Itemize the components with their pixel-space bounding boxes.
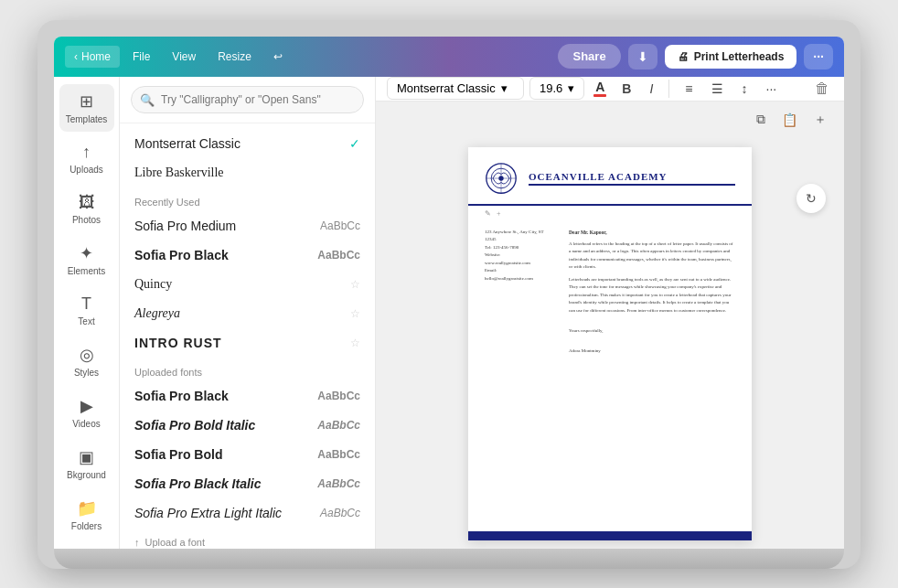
chevron-left-icon: ‹ — [74, 50, 78, 63]
sidebar-item-folders[interactable]: 📁 Folders — [59, 491, 114, 539]
sofia-bold-italic-sample: AaBbCc — [317, 419, 360, 432]
align-icon: ≡ — [685, 81, 692, 96]
more-formatting-button[interactable]: ··· — [760, 77, 784, 101]
font-name-sofia-bold-italic: Sofia Pro Bold Italic — [134, 418, 255, 433]
background-label: Bkground — [67, 470, 106, 480]
main-area: ⊞ Templates ↑ Uploads 🖼 Photos ✦ Element… — [54, 77, 844, 549]
file-button[interactable]: File — [123, 46, 159, 68]
font-item-uploaded-sofia-black[interactable]: Sofia Pro Black AaBbCc — [120, 381, 375, 411]
copy-icon: 📋 — [782, 112, 797, 127]
font-list: Montserrat Classic ✓ Libre Baskerville R… — [120, 123, 375, 549]
sidebar-item-templates[interactable]: ⊞ Templates — [59, 84, 114, 132]
font-item-sofia-medium[interactable]: Sofia Pro Medium AaBbCc — [120, 211, 375, 241]
align-button[interactable]: ≡ — [679, 77, 699, 101]
font-name-sofia-medium: Sofia Pro Medium — [134, 219, 236, 233]
upload-fonts-label: Upload a font — [145, 537, 205, 548]
duplicate-icon: ⧉ — [756, 112, 765, 126]
styles-label: Styles — [74, 368, 99, 378]
background-icon: ▣ — [79, 447, 94, 467]
font-item-montserrat[interactable]: Montserrat Classic ✓ — [120, 129, 375, 158]
toolbar-separator-1 — [668, 80, 669, 98]
font-item-alegreya[interactable]: Alegreya ☆ — [120, 299, 375, 328]
font-name-sofia-black-italic: Sofia Pro Black Italic — [134, 476, 262, 491]
home-label: Home — [81, 50, 111, 63]
sofia-black-italic-sample: AaBbCc — [317, 477, 360, 490]
text-icon: T — [81, 294, 91, 314]
laptop-base — [54, 549, 844, 569]
letterhead-document[interactable]: OCEANVILLE ACADEMY ✎ + 123 Anywhe — [468, 147, 752, 540]
font-item-sofia-black[interactable]: Sofia Pro Black AaBbCc — [120, 241, 375, 270]
letterhead-title-area: OCEANVILLE ACADEMY — [529, 171, 735, 186]
more-button[interactable]: ··· — [804, 44, 833, 69]
address-text: 123 Anywhere St., Any City, ST 12345 Tel… — [485, 229, 558, 283]
list-icon: ☰ — [711, 81, 723, 96]
uploaded-sofia-black-sample: AaBbCc — [317, 390, 360, 402]
list-button[interactable]: ☰ — [705, 77, 730, 101]
italic-button[interactable]: I — [643, 77, 659, 101]
delete-element-button[interactable]: 🗑 — [811, 77, 833, 101]
duplicate-button[interactable]: ⧉ — [750, 107, 772, 132]
templates-icon: ⊞ — [80, 91, 93, 112]
uploaded-fonts-label: Uploaded fonts — [120, 358, 375, 381]
topbar-nav: ‹ Home File View Resize ↩ — [65, 46, 554, 68]
font-select[interactable]: Montserrat Classic ▾ — [387, 77, 524, 100]
bold-button[interactable]: B — [615, 77, 637, 101]
uploads-label: Uploads — [69, 165, 103, 175]
font-name-sofia-bold: Sofia Pro Bold — [134, 447, 222, 462]
photos-label: Photos — [72, 215, 101, 225]
sidebar-item-text[interactable]: T Text — [59, 287, 114, 334]
sidebar-item-background[interactable]: ▣ Bkground — [59, 440, 114, 487]
refresh-button[interactable]: ↻ — [796, 184, 826, 213]
sidebar-item-photos[interactable]: 🖼 Photos — [59, 186, 114, 232]
font-item-quincy[interactable]: Quincy ☆ — [120, 270, 375, 299]
resize-button[interactable]: Resize — [208, 46, 261, 68]
spacing-button[interactable]: ↕ — [735, 77, 754, 101]
elements-icon: ✦ — [80, 243, 93, 263]
add-page-button[interactable]: ＋ — [807, 107, 833, 133]
edit-icon: ✎ — [485, 209, 491, 218]
sofia-extra-light-sample: AaBbCc — [320, 507, 360, 519]
topbar: ‹ Home File View Resize ↩ Share — [54, 37, 844, 77]
font-item-libre[interactable]: Libre Baskerville — [120, 158, 375, 187]
font-name-alegreya: Alegreya — [134, 306, 180, 321]
home-button[interactable]: ‹ Home — [65, 46, 120, 68]
font-name-sofia-extra-light: Sofia Pro Extra Light Italic — [134, 506, 282, 520]
text-color-button[interactable]: A — [590, 77, 610, 101]
sidebar-item-elements[interactable]: ✦ Elements — [59, 236, 114, 283]
academy-title: OCEANVILLE ACADEMY — [529, 171, 735, 186]
font-size-select[interactable]: 19.6 ▾ — [529, 77, 584, 100]
print-label: Print Letterheads — [694, 50, 785, 63]
view-button[interactable]: View — [163, 46, 205, 68]
academy-logo — [485, 162, 518, 195]
text-toolbar: Montserrat Classic ▾ 19.6 ▾ A B — [376, 77, 844, 102]
upload-fonts-button[interactable]: ↑ Upload a font — [120, 528, 375, 549]
copy-button[interactable]: 📋 — [775, 108, 804, 132]
styles-icon: ◎ — [80, 345, 94, 365]
font-item-sofia-bold-italic[interactable]: Sofia Pro Bold Italic AaBbCc — [120, 411, 375, 440]
paragraph-1: A letterhead refers to the heading at th… — [569, 241, 735, 272]
share-button[interactable]: Share — [558, 44, 620, 69]
photos-icon: 🖼 — [79, 193, 95, 212]
sidebar-item-videos[interactable]: ▶ Videos — [59, 389, 114, 436]
undo-button[interactable]: ↩ — [264, 46, 292, 68]
sidebar-item-uploads[interactable]: ↑ Uploads — [59, 135, 114, 182]
sofia-black-sample: AaBbCc — [317, 249, 360, 262]
canvas-container: ↻ — [376, 138, 844, 549]
canvas-area: ⧉ 📋 ＋ ↻ — [376, 102, 844, 549]
download-button[interactable]: ⬇ — [628, 44, 657, 69]
font-item-sofia-extra-light[interactable]: Sofia Pro Extra Light Italic AaBbCc — [120, 498, 375, 528]
font-search-area: 🔍 — [120, 77, 375, 123]
font-size-dropdown-icon: ▾ — [568, 81, 574, 95]
add-page-icon: ＋ — [814, 112, 827, 126]
font-name-uploaded-sofia-black: Sofia Pro Black — [134, 389, 229, 403]
font-select-label: Montserrat Classic — [397, 81, 496, 95]
font-search-input[interactable] — [131, 86, 364, 113]
folders-icon: 📁 — [77, 498, 97, 519]
text-label: Text — [78, 316, 94, 326]
font-item-sofia-black-italic[interactable]: Sofia Pro Black Italic AaBbCc — [120, 469, 375, 498]
sidebar-item-styles[interactable]: ◎ Styles — [59, 337, 114, 385]
print-button[interactable]: 🖨 Print Letterheads — [665, 45, 797, 69]
font-item-intro-rust[interactable]: INTRO RUST ☆ — [120, 328, 375, 358]
font-name-quincy: Quincy — [134, 277, 172, 292]
font-item-sofia-bold[interactable]: Sofia Pro Bold AaBbCc — [120, 440, 375, 469]
